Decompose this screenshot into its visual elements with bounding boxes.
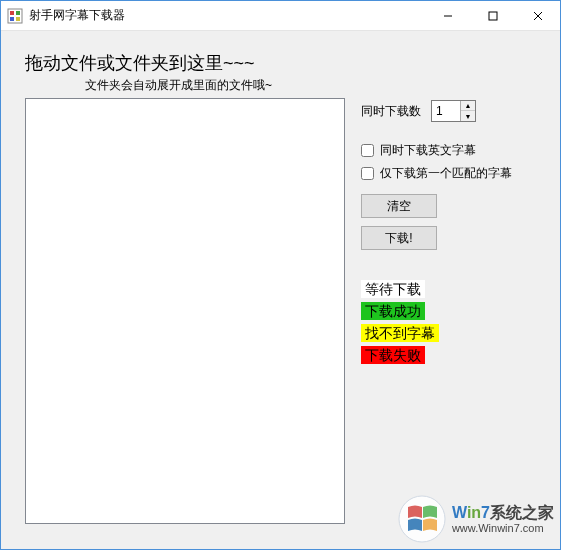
legend-fail: 下载失败 <box>361 346 425 364</box>
drop-heading: 拖动文件或文件夹到这里~~~ <box>25 51 546 75</box>
svg-rect-1 <box>10 11 14 15</box>
side-panel: 同时下载数 ▲ ▼ 同时下载英文字幕 仅下载第一个匹配的字幕 <box>361 98 546 524</box>
legend-notfound: 找不到字幕 <box>361 324 439 342</box>
file-drop-listbox[interactable] <box>25 98 345 524</box>
app-icon <box>7 8 23 24</box>
download-button[interactable]: 下载! <box>361 226 437 250</box>
minimize-button[interactable] <box>425 1 470 30</box>
windows-logo-icon <box>398 495 446 543</box>
spinner-down-button[interactable]: ▼ <box>461 111 475 121</box>
svg-point-9 <box>399 496 445 542</box>
watermark: Win7系统之家 www.Winwin7.com <box>398 495 554 543</box>
clear-button[interactable]: 清空 <box>361 194 437 218</box>
close-button[interactable] <box>515 1 560 30</box>
content-row: 同时下载数 ▲ ▼ 同时下载英文字幕 仅下载第一个匹配的字幕 <box>25 98 546 524</box>
maximize-button[interactable] <box>470 1 515 30</box>
watermark-url: www.Winwin7.com <box>452 522 554 534</box>
svg-rect-2 <box>16 11 20 15</box>
concurrent-row: 同时下载数 ▲ ▼ <box>361 100 546 122</box>
checkbox-english[interactable] <box>361 144 374 157</box>
svg-rect-3 <box>10 17 14 21</box>
titlebar: 射手网字幕下载器 <box>1 1 560 31</box>
concurrent-label: 同时下载数 <box>361 103 421 120</box>
svg-rect-4 <box>16 17 20 21</box>
drop-subheading: 文件夹会自动展开成里面的文件哦~ <box>85 77 546 94</box>
watermark-brand: Win7系统之家 <box>452 504 554 522</box>
checkbox-english-label: 同时下载英文字幕 <box>380 142 476 159</box>
checkbox-english-row: 同时下载英文字幕 <box>361 142 546 159</box>
legend-success: 下载成功 <box>361 302 425 320</box>
checkbox-firstmatch-label: 仅下载第一个匹配的字幕 <box>380 165 512 182</box>
legend-waiting: 等待下载 <box>361 280 425 298</box>
checkbox-firstmatch-row: 仅下载第一个匹配的字幕 <box>361 165 546 182</box>
spinner-buttons: ▲ ▼ <box>460 101 475 121</box>
window-controls <box>425 1 560 30</box>
concurrent-spinner[interactable]: ▲ ▼ <box>431 100 476 122</box>
status-legend: 等待下载 下载成功 找不到字幕 下载失败 <box>361 280 546 368</box>
svg-rect-6 <box>489 12 497 20</box>
client-area: 拖动文件或文件夹到这里~~~ 文件夹会自动展开成里面的文件哦~ 同时下载数 ▲ … <box>1 31 560 549</box>
app-window: 射手网字幕下载器 拖动文件或文件夹到这里~~~ 文件夹会自动展开成里面的文件哦~… <box>0 0 561 550</box>
spinner-up-button[interactable]: ▲ <box>461 101 475 111</box>
checkbox-firstmatch[interactable] <box>361 167 374 180</box>
window-title: 射手网字幕下载器 <box>29 7 425 24</box>
concurrent-input[interactable] <box>432 101 460 121</box>
button-group: 清空 下载! <box>361 194 546 250</box>
watermark-text: Win7系统之家 www.Winwin7.com <box>452 504 554 534</box>
